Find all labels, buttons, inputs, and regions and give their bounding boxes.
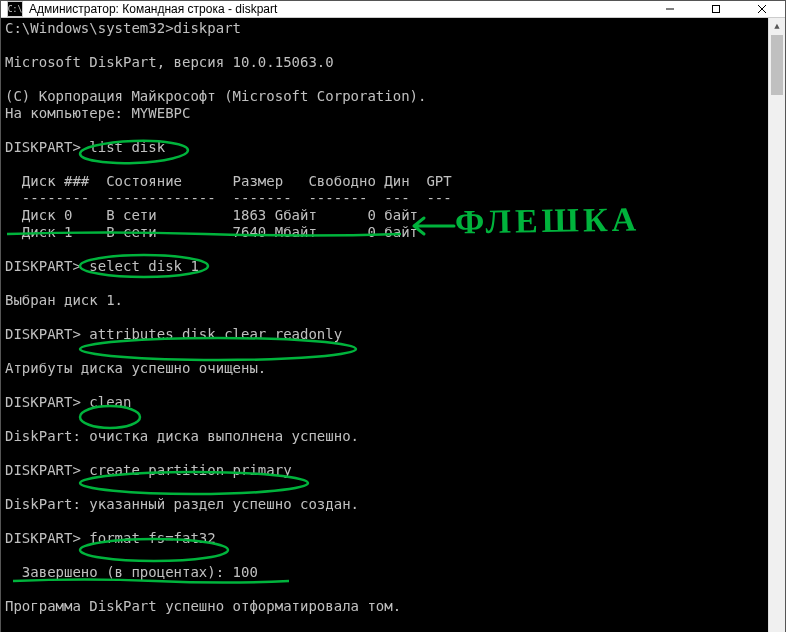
resp-create: DiskPart: указанный раздел успешно созда… — [5, 496, 359, 512]
resp-format-done: Программа DiskPart успешно отформатирова… — [5, 598, 401, 614]
cmd-attributes: attributes disk clear readonly — [89, 326, 342, 342]
terminal-area: C:\Windows\system32>diskpart Microsoft D… — [1, 18, 785, 632]
titlebar[interactable]: C:\ Администратор: Командная строка - di… — [1, 1, 785, 18]
cmd-create-partition: create partition primary — [89, 462, 291, 478]
cmd-window: C:\ Администратор: Командная строка - di… — [0, 0, 786, 632]
cmd-list-disk: list disk — [89, 139, 165, 155]
computer-line: На компьютере: MYWEBPC — [5, 105, 190, 121]
copyright-line: (C) Корпорация Майкрософт (Microsoft Cor… — [5, 88, 426, 104]
path-line: C:\Windows\system32>diskpart — [5, 20, 241, 36]
close-button[interactable] — [739, 1, 785, 17]
table-row: Диск 0 В сети 1863 Gбайт 0 байт — [5, 207, 418, 223]
scrollbar[interactable]: ▲ ▼ — [768, 18, 785, 632]
table-row: Диск 1 В сети 7640 Mбайт 0 байт — [5, 224, 418, 240]
annotation-handwritten-label: ФЛЕШКА — [455, 200, 641, 241]
prompt: DISKPART> — [5, 326, 81, 342]
cmd-select-disk: select disk 1 — [89, 258, 199, 274]
table-header: Диск ### Состояние Размер Свободно Дин G… — [5, 173, 452, 189]
cmd-format: format fs=fat32 — [89, 530, 215, 546]
prompt: DISKPART> — [5, 139, 81, 155]
window-controls — [647, 1, 785, 17]
version-line: Microsoft DiskPart, версия 10.0.15063.0 — [5, 54, 334, 70]
scroll-up-arrow-icon[interactable]: ▲ — [769, 18, 785, 35]
prompt: DISKPART> — [5, 394, 81, 410]
prompt: DISKPART> — [5, 258, 81, 274]
prompt: DISKPART> — [5, 530, 81, 546]
prompt: DISKPART> — [5, 462, 81, 478]
minimize-button[interactable] — [647, 1, 693, 17]
cmd-clean: clean — [89, 394, 131, 410]
svg-rect-1 — [713, 6, 720, 13]
scroll-thumb[interactable] — [771, 35, 783, 95]
resp-select: Выбран диск 1. — [5, 292, 123, 308]
terminal-output[interactable]: C:\Windows\system32>diskpart Microsoft D… — [1, 18, 768, 632]
maximize-button[interactable] — [693, 1, 739, 17]
resp-clean: DiskPart: очистка диска выполнена успешн… — [5, 428, 359, 444]
cmd-icon: C:\ — [7, 1, 23, 17]
table-divider: -------- ------------- ------- ------- -… — [5, 190, 452, 206]
resp-progress: Завершено (в процентах): 100 — [5, 564, 258, 580]
resp-attributes: Атрибуты диска успешно очищены. — [5, 360, 266, 376]
window-title: Администратор: Командная строка - diskpa… — [29, 2, 647, 16]
